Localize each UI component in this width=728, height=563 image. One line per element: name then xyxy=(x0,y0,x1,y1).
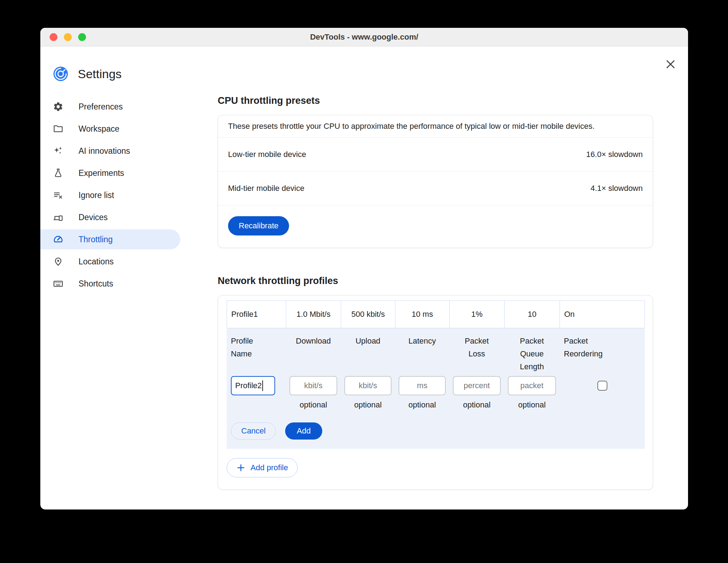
profile-name-input[interactable]: Profile2 xyxy=(231,376,275,395)
optional-label: optional xyxy=(395,400,449,410)
preset-name: Mid-tier mobile device xyxy=(228,184,304,193)
cancel-button[interactable]: Cancel xyxy=(231,422,276,440)
profile-table-row[interactable]: Profile1 1.0 Mbit/s 500 kbit/s 10 ms 1% … xyxy=(227,300,645,328)
settings-nav: Preferences Workspace AI innovations xyxy=(40,97,218,294)
sidebar-item-devices[interactable]: Devices xyxy=(40,207,180,227)
settings-header: Settings xyxy=(40,66,218,82)
window-title: DevTools - www.google.com/ xyxy=(310,32,418,42)
profile-packet-reordering-value: On xyxy=(560,301,645,328)
throttling-settings-pane: CPU throttling presets These presets thr… xyxy=(218,46,688,509)
sidebar-item-throttling[interactable]: Throttling xyxy=(40,229,180,249)
devtools-logo-icon xyxy=(53,66,69,82)
profile-name-value: Profile1 xyxy=(227,301,286,328)
profile-latency-value: 10 ms xyxy=(395,301,450,328)
network-throttling-card: Profile1 1.0 Mbit/s 500 kbit/s 10 ms 1% … xyxy=(218,295,653,490)
text-caret xyxy=(262,380,263,391)
close-icon[interactable] xyxy=(665,59,676,70)
preset-row-low-tier: Low-tier mobile device 16.0× slowdown xyxy=(218,138,653,172)
settings-sidebar: Settings Preferences Workspace xyxy=(40,46,218,509)
speedometer-icon xyxy=(53,234,64,245)
editor-inputs-row: Profile2 xyxy=(227,376,645,395)
column-header: Packet Reordering xyxy=(564,335,621,360)
preset-name: Low-tier mobile device xyxy=(228,150,306,159)
minimize-traffic-light-icon[interactable] xyxy=(64,33,72,41)
traffic-lights xyxy=(50,28,86,46)
folder-icon xyxy=(53,123,64,134)
sidebar-item-label: Throttling xyxy=(79,235,113,244)
column-header: Profile Name xyxy=(231,335,270,360)
sidebar-item-label: Shortcuts xyxy=(79,279,113,289)
profile-download-value: 1.0 Mbit/s xyxy=(286,301,341,328)
sidebar-item-label: Ignore list xyxy=(79,191,114,200)
packet-loss-input[interactable] xyxy=(453,376,501,395)
optional-label: optional xyxy=(504,400,560,410)
optional-label: optional xyxy=(286,400,341,410)
sidebar-item-label: Locations xyxy=(79,257,113,267)
packet-reordering-checkbox[interactable] xyxy=(597,381,607,391)
cpu-throttling-description: These presets throttle your CPU to appro… xyxy=(218,115,653,138)
recalibrate-button[interactable]: Recalibrate xyxy=(228,216,289,235)
devtools-settings-window: DevTools - www.google.com/ Settings xyxy=(40,28,688,509)
latency-input[interactable] xyxy=(399,376,446,395)
sidebar-item-ai-innovations[interactable]: AI innovations xyxy=(40,141,180,161)
sidebar-item-workspace[interactable]: Workspace xyxy=(40,119,180,139)
add-button[interactable]: Add xyxy=(285,422,322,440)
cpu-throttling-heading: CPU throttling presets xyxy=(218,94,653,107)
sidebar-item-locations[interactable]: Locations xyxy=(40,252,180,272)
column-header: Packet Queue Length xyxy=(515,335,549,373)
profile-upload-value: 500 kbit/s xyxy=(341,301,395,328)
settings-page-title: Settings xyxy=(78,67,122,81)
sidebar-item-ignore-list[interactable]: Ignore list xyxy=(40,185,180,205)
sidebar-item-preferences[interactable]: Preferences xyxy=(40,97,180,117)
upload-input[interactable] xyxy=(344,376,391,395)
profile-packet-queue-value: 10 xyxy=(505,301,560,328)
window-titlebar: DevTools - www.google.com/ xyxy=(40,28,688,46)
network-throttling-heading: Network throttling profiles xyxy=(218,274,653,287)
devices-icon xyxy=(53,212,64,223)
flask-icon xyxy=(53,168,64,178)
column-header: Latency xyxy=(408,335,436,348)
sidebar-item-label: Experiments xyxy=(79,168,124,178)
plus-icon xyxy=(236,463,246,472)
fullscreen-traffic-light-icon[interactable] xyxy=(78,33,86,41)
column-header: Packet Loss xyxy=(460,335,494,360)
column-header: Upload xyxy=(355,335,380,348)
sidebar-item-label: AI innovations xyxy=(79,146,130,156)
sidebar-item-label: Workspace xyxy=(79,124,120,134)
keyboard-icon xyxy=(53,278,64,289)
add-profile-label: Add profile xyxy=(251,463,288,472)
preset-slowdown-value: 4.1× slowdown xyxy=(591,184,643,193)
column-headers-row: Profile Name Download Upload Latency Pac… xyxy=(227,328,645,373)
sparkles-icon xyxy=(53,146,64,156)
ignore-list-icon xyxy=(53,190,64,201)
sidebar-item-label: Preferences xyxy=(79,102,123,112)
preset-slowdown-value: 16.0× slowdown xyxy=(586,150,643,159)
column-header: Download xyxy=(296,335,331,348)
sidebar-item-shortcuts[interactable]: Shortcuts xyxy=(40,274,180,294)
profile-editor: Profile Name Download Upload Latency Pac… xyxy=(227,328,645,449)
gear-icon xyxy=(53,101,64,112)
preset-row-mid-tier: Mid-tier mobile device 4.1× slowdown xyxy=(218,172,653,206)
location-pin-icon xyxy=(53,256,64,267)
optional-label: optional xyxy=(449,400,504,410)
optional-labels-row: optional optional optional optional opti… xyxy=(227,400,645,410)
packet-queue-input[interactable] xyxy=(508,376,556,395)
close-traffic-light-icon[interactable] xyxy=(50,33,57,41)
profile-packet-loss-value: 1% xyxy=(450,301,505,328)
optional-label: optional xyxy=(341,400,395,410)
download-input[interactable] xyxy=(289,376,337,395)
cpu-throttling-card: These presets throttle your CPU to appro… xyxy=(218,115,653,248)
add-profile-button[interactable]: Add profile xyxy=(227,458,298,477)
sidebar-item-experiments[interactable]: Experiments xyxy=(40,163,180,183)
sidebar-item-label: Devices xyxy=(79,213,108,222)
